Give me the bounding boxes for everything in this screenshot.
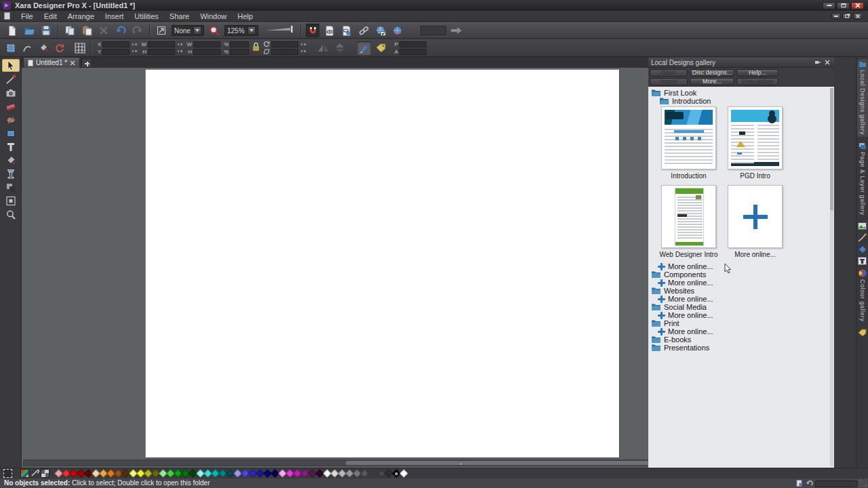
rotate-angle-field[interactable]: [271, 41, 298, 47]
canvas[interactable]: [22, 68, 670, 468]
history-status-icon[interactable]: [806, 480, 813, 487]
scrollbar-thumb[interactable]: [830, 88, 833, 210]
lock-aspect-button[interactable]: [252, 41, 260, 55]
thumbnail-introduction[interactable]: [661, 106, 716, 169]
dropdown-arrow-icon[interactable]: [248, 26, 256, 35]
tree-folder-components[interactable]: Components: [648, 270, 834, 279]
tree-folder-presentations[interactable]: Presentations: [648, 344, 834, 352]
resize-grip[interactable]: [859, 479, 867, 487]
tree-folder-introduction[interactable]: Introduction: [648, 97, 834, 105]
x-position-field[interactable]: [102, 41, 130, 47]
stop-update-button[interactable]: Stop update: [736, 78, 778, 85]
line-width-gauge[interactable]: [266, 24, 296, 37]
status-input[interactable]: [815, 481, 857, 487]
scale-width-field[interactable]: [193, 41, 220, 47]
scrollbar-thumb[interactable]: [346, 461, 662, 465]
thumbnail-more-online[interactable]: [728, 185, 783, 248]
tree-folder-ebooks[interactable]: E-books: [648, 336, 834, 344]
preview-website-button[interactable]: [391, 24, 404, 37]
doc-minimize-button[interactable]: [831, 13, 841, 20]
tree-folder-websites[interactable]: Websites: [648, 287, 834, 295]
shape-edit-tool[interactable]: [2, 73, 20, 85]
rotate-selection-button[interactable]: [53, 41, 66, 55]
tree-more-online[interactable]: More online...: [648, 327, 834, 336]
open-gallery-button[interactable]: Open: [650, 69, 688, 77]
color-editor-icon[interactable]: [20, 469, 29, 478]
nudge-arrows[interactable]: [132, 41, 138, 55]
color-swatch[interactable]: [399, 469, 408, 478]
photo-tool[interactable]: [2, 86, 20, 99]
redo-button[interactable]: [131, 24, 144, 37]
smart-transform-button[interactable]: [357, 41, 371, 55]
tree-more-online[interactable]: More online...: [648, 311, 834, 319]
tag-button[interactable]: [374, 41, 387, 55]
name-gallery-icon[interactable]: [857, 327, 868, 338]
tab-colour-gallery[interactable]: Colour gallery: [857, 267, 868, 324]
dropdown-arrow-icon[interactable]: [193, 26, 201, 35]
no-color-icon[interactable]: [41, 469, 50, 478]
contour-tool[interactable]: [2, 195, 20, 207]
new-document-button[interactable]: [5, 24, 19, 37]
tab-close-icon[interactable]: [70, 60, 75, 66]
forward-button[interactable]: [450, 24, 463, 37]
doc-close-button[interactable]: [853, 13, 863, 20]
help-button[interactable]: Help...: [736, 69, 778, 77]
maximize-button[interactable]: [837, 2, 850, 9]
menu-edit[interactable]: Edit: [39, 11, 62, 22]
more-button[interactable]: More...: [690, 78, 734, 85]
clipart-gallery-icon[interactable]: [857, 244, 868, 255]
zoom-tool[interactable]: [2, 208, 20, 221]
p-field[interactable]: [399, 41, 427, 47]
tree-folder-print[interactable]: Print: [648, 319, 834, 327]
publish-website-button[interactable]: [374, 24, 387, 37]
tree-folder-social-media[interactable]: Social Media: [648, 303, 834, 311]
a-field[interactable]: [399, 49, 427, 55]
line-gallery-icon[interactable]: [857, 232, 868, 243]
menu-file[interactable]: File: [16, 11, 39, 22]
y-position-field[interactable]: [102, 49, 130, 55]
preview-window-button[interactable]: [323, 24, 336, 37]
eyedropper-icon[interactable]: [31, 468, 39, 480]
menu-share[interactable]: Share: [164, 11, 195, 22]
height-field[interactable]: [148, 49, 175, 55]
transparency-tool[interactable]: [2, 167, 20, 180]
fill-transform-button[interactable]: [37, 41, 50, 55]
zoom-tool-button[interactable]: [208, 24, 221, 37]
rotation-mode-button[interactable]: [20, 41, 34, 55]
menu-utilities[interactable]: Utilities: [129, 11, 163, 22]
close-panel-button[interactable]: [823, 59, 831, 66]
nudge-arrows[interactable]: [178, 41, 184, 55]
page-status-icon[interactable]: [796, 480, 804, 487]
tree-more-online[interactable]: More online...: [648, 279, 834, 287]
zoom-level-dropdown[interactable]: 125%: [224, 25, 258, 36]
fill-tool[interactable]: [2, 154, 20, 167]
thumbnail-pgd-intro[interactable]: [728, 106, 783, 169]
new-tab-button[interactable]: [81, 58, 92, 68]
menu-help[interactable]: Help: [232, 11, 258, 22]
pin-panel-button[interactable]: [813, 59, 821, 66]
text-tool[interactable]: [2, 140, 20, 153]
snap-grid-button[interactable]: [73, 41, 87, 55]
color-swatch[interactable]: [360, 469, 369, 478]
menu-window[interactable]: Window: [195, 11, 232, 22]
tree-more-online[interactable]: More online...: [648, 295, 834, 303]
import-button[interactable]: Import: [650, 78, 688, 85]
scale-height-field[interactable]: [193, 49, 220, 55]
close-button[interactable]: [851, 2, 864, 9]
tab-page-layer-gallery[interactable]: Page & Layer gallery: [857, 140, 868, 218]
tab-local-designs-gallery[interactable]: Local Designs gallery: [857, 59, 868, 137]
save-button[interactable]: [39, 24, 53, 37]
rectangle-tool[interactable]: [2, 127, 20, 140]
nudge-arrows[interactable]: [301, 41, 307, 55]
doc-restore-button[interactable]: [842, 13, 852, 20]
delete-button[interactable]: [97, 24, 111, 37]
fill-gallery-icon[interactable]: [857, 221, 868, 232]
menu-insert[interactable]: Insert: [100, 11, 130, 22]
copy-button[interactable]: [63, 24, 77, 37]
minimize-button[interactable]: [823, 2, 835, 9]
width-field[interactable]: [148, 41, 175, 47]
disc-designs-button[interactable]: Disc designs...: [690, 69, 734, 77]
gallery-scrollbar[interactable]: [830, 88, 833, 466]
eraser-tool[interactable]: [2, 100, 20, 113]
line-width-dropdown[interactable]: None: [172, 25, 204, 36]
